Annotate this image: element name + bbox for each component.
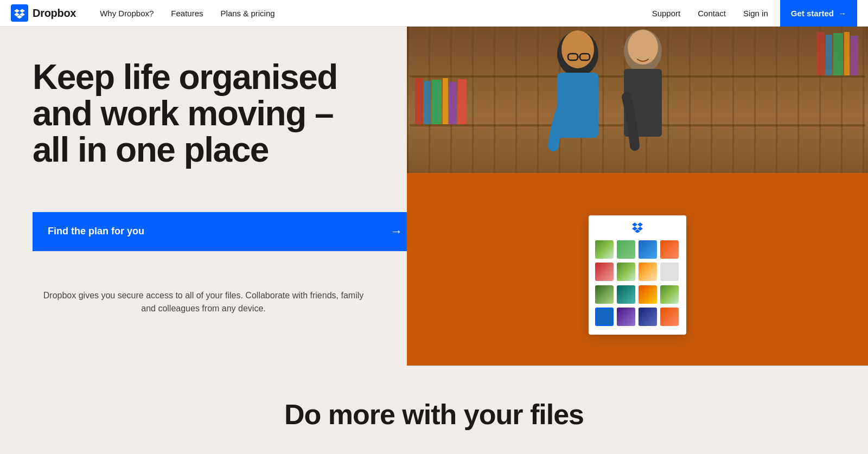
nav-get-started-button[interactable]: Get started → (780, 0, 857, 27)
card-thumb-4 (660, 240, 679, 259)
svg-rect-9 (816, 32, 825, 75)
card-thumb-15 (639, 308, 657, 326)
nav-links: Why Dropbox? Features Plans & pricing (93, 0, 644, 27)
dropbox-ui-card (589, 215, 686, 335)
card-thumb-12 (660, 285, 679, 304)
card-thumb-7 (639, 263, 657, 281)
navbar: Dropbox Why Dropbox? Features Plans & pr… (0, 0, 868, 27)
nav-why-dropbox[interactable]: Why Dropbox? (93, 0, 160, 27)
hero-orange-section (407, 173, 868, 366)
card-thumb-11 (639, 285, 657, 304)
card-thumb-8 (660, 263, 679, 281)
card-thumb-9 (595, 285, 614, 304)
svg-rect-5 (432, 80, 442, 124)
card-thumb-14 (617, 308, 635, 326)
logo-text: Dropbox (33, 7, 76, 20)
nav-features[interactable]: Features (164, 0, 209, 27)
people-illustration (410, 27, 865, 173)
svg-rect-6 (443, 78, 448, 124)
card-thumb-1 (595, 240, 614, 259)
card-dropbox-icon (631, 222, 644, 236)
hero-section: Keep life organised and work moving – al… (0, 27, 868, 366)
svg-point-18 (628, 30, 658, 65)
svg-rect-7 (449, 82, 457, 124)
do-more-title: Do more with your files (11, 398, 857, 431)
card-thumb-2 (617, 240, 635, 259)
svg-rect-12 (844, 32, 850, 75)
hero-find-plan-button[interactable]: Find the plan for you → (33, 212, 418, 251)
dropbox-logo-box (11, 4, 28, 22)
hero-cta-label: Find the plan for you (48, 226, 144, 237)
hero-left: Keep life organised and work moving – al… (0, 27, 407, 366)
card-thumb-6 (617, 263, 635, 281)
hero-cta-arrow: → (391, 225, 403, 239)
svg-rect-13 (851, 36, 858, 75)
nav-right: Support Contact Sign in Get started → (644, 0, 857, 27)
card-thumb-16 (660, 308, 679, 326)
hero-photo (407, 27, 868, 173)
hero-photo-people (407, 27, 868, 173)
card-thumb-5 (595, 263, 614, 281)
svg-rect-11 (833, 33, 843, 75)
card-thumb-10 (617, 285, 635, 304)
svg-rect-3 (415, 78, 423, 124)
card-thumb-3 (639, 240, 657, 259)
hero-description: Dropbox gives you secure access to all o… (35, 289, 372, 316)
nav-plans-pricing[interactable]: Plans & pricing (214, 0, 282, 27)
card-thumb-13 (595, 308, 614, 326)
nav-contact[interactable]: Contact (690, 0, 733, 27)
card-file-grid (595, 240, 680, 328)
hero-title: Keep life organised and work moving – al… (33, 59, 374, 169)
do-more-section: Do more with your files (0, 366, 868, 452)
logo[interactable]: Dropbox (11, 4, 76, 22)
dropbox-logo-icon (14, 8, 25, 18)
nav-support[interactable]: Support (644, 0, 688, 27)
hero-right (407, 27, 868, 366)
svg-point-16 (561, 30, 594, 68)
nav-signin[interactable]: Sign in (736, 0, 776, 27)
svg-rect-10 (826, 35, 832, 75)
svg-rect-8 (458, 79, 467, 124)
svg-rect-4 (424, 81, 431, 124)
